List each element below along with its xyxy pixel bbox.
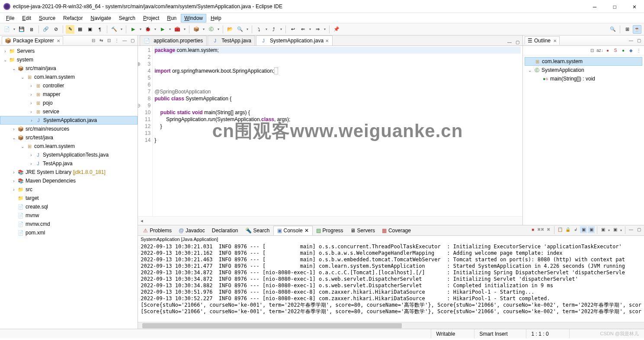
forward-button[interactable]: ⇒ — [313, 25, 322, 34]
view-menu-button[interactable]: ⋮ — [113, 37, 120, 44]
search-button[interactable]: 🔍 — [236, 25, 244, 34]
toggle-block-button[interactable]: ▦ — [76, 25, 84, 34]
explorer-tree[interactable]: ›📁Servers ⌄📁system ⌄📦src/main/java ⌄⊞com… — [0, 46, 138, 329]
tree-src[interactable]: ›📁src — [0, 185, 138, 194]
tab-declaration[interactable]: Declaration — [208, 226, 242, 235]
hide-fields-button[interactable]: ● — [604, 47, 611, 54]
toggle-whitespace-button[interactable]: ¶ — [96, 25, 104, 34]
tree-mvnw[interactable]: 📄mvnw — [0, 211, 138, 220]
menu-window[interactable]: Window — [181, 14, 206, 22]
tree-servers[interactable]: ›📁Servers — [0, 47, 138, 55]
tree-jre[interactable]: ›📚JRE System Library [jdk1.8.0_181] — [0, 168, 138, 176]
java-perspective-button[interactable]: ☕ — [633, 25, 641, 34]
menu-project[interactable]: Project — [140, 14, 163, 22]
outline-tree[interactable]: ⊞com.learn.system ⌄ⒸSystemApplication ●S… — [523, 55, 644, 225]
console-output[interactable]: 2022-09-13 10:30:21.031 INFO 8976 --- [ … — [138, 243, 644, 322]
remove-launch-button[interactable]: ✖✖ — [537, 226, 544, 233]
menu-help[interactable]: Help — [207, 14, 225, 22]
search-icon[interactable]: 🔍 — [609, 25, 617, 34]
tree-systests[interactable]: ›JSystemApplicationTests.java — [0, 151, 138, 159]
explorer-tab[interactable]: 📦 Package Explorer ✕ — [2, 36, 63, 45]
console-scrollbar[interactable] — [138, 322, 644, 329]
new-dropdown[interactable]: ▾ — [13, 25, 16, 34]
menu-navigate[interactable]: Navigate — [87, 14, 114, 22]
tab-progress[interactable]: ▤Progress — [313, 226, 347, 235]
open-folder-button[interactable]: 📂 — [226, 25, 234, 34]
new-button[interactable]: 📄 — [3, 25, 11, 34]
open-type-button[interactable]: 🔗 — [42, 25, 50, 34]
link-editor-button[interactable]: ⇆ — [98, 37, 105, 44]
maximize-button[interactable]: ☐ — [609, 2, 621, 11]
tree-service[interactable]: ›⊞service — [0, 107, 138, 116]
debug-button[interactable]: 🐞 — [144, 25, 152, 34]
outline-class[interactable]: ⌄ⒸSystemApplication — [525, 66, 642, 74]
tree-test-package[interactable]: ⌄⊞com.learn.system — [0, 142, 138, 151]
collapse-all-button[interactable]: ⊟ — [90, 37, 97, 44]
tree-package[interactable]: ⌄⊞com.learn.system — [0, 73, 138, 81]
clear-console-button[interactable]: 📋 — [557, 226, 564, 233]
outline-tab[interactable]: ☰ Outline ✕ — [525, 36, 560, 45]
minimize-view-button[interactable]: — — [628, 37, 634, 44]
menu-run[interactable]: Run — [163, 14, 180, 22]
open-console-button[interactable]: ▣ — [599, 226, 606, 233]
coverage-button[interactable]: ▶ — [158, 25, 167, 34]
remove-all-button[interactable]: ✖ — [545, 226, 552, 233]
maximize-view-button[interactable]: ▢ — [129, 37, 136, 44]
line-gutter[interactable]: 12⊕345678⊖91011121314 — [138, 46, 153, 216]
pin-button[interactable]: 📌 — [332, 25, 341, 34]
tree-systemapplication[interactable]: ›JSystemApplication.java — [0, 116, 138, 125]
tree-src-test-java[interactable]: ⌄📦src/test/java — [0, 133, 138, 142]
hide-static-button[interactable]: S — [612, 47, 619, 54]
tab-servers[interactable]: 🖥Servers — [347, 226, 378, 235]
minimize-button[interactable]: — — [589, 2, 601, 11]
close-icon[interactable]: ✕ — [325, 38, 329, 43]
open-perspective-button[interactable]: ⊞ — [623, 25, 631, 34]
tree-mvnwcmd[interactable]: 📄mvnw.cmd — [0, 220, 138, 228]
new-package-button[interactable]: 📦 — [192, 25, 201, 34]
close-icon[interactable]: ✕ — [304, 228, 309, 234]
display-console-button[interactable]: ▣ — [612, 226, 618, 233]
maximize-view-button[interactable]: ▢ — [635, 37, 642, 44]
tab-problems[interactable]: ⚠Problems — [140, 226, 175, 235]
hide-nonpublic-button[interactable]: ● — [620, 47, 627, 54]
menu-source[interactable]: Source — [35, 14, 59, 22]
tree-maven[interactable]: ›📚Maven Dependencies — [0, 176, 138, 185]
tree-target[interactable]: 📁target — [0, 194, 138, 202]
run-button[interactable]: ▶ — [129, 25, 138, 34]
tab-application-properties[interactable]: 📄application.properties — [140, 35, 207, 45]
minimize-view-button[interactable]: — — [628, 226, 634, 233]
code-editor[interactable]: 12⊕345678⊖91011121314 package com.learn.… — [138, 46, 522, 216]
maximize-editor-button[interactable]: ▢ — [514, 38, 521, 45]
toggle-mark-button[interactable]: ▣ — [86, 25, 94, 34]
prev-annotation-button[interactable]: ⤴ — [269, 25, 278, 34]
focus-button[interactable]: ⊡ — [589, 47, 596, 54]
tab-console[interactable]: ▣Console✕ — [273, 226, 313, 235]
save-button[interactable]: 💾 — [17, 25, 26, 34]
save-all-button[interactable]: 🗎 — [27, 25, 36, 34]
minimize-view-button[interactable]: — — [121, 37, 128, 44]
code-content[interactable]: package com.learn.system; import org.spr… — [153, 46, 522, 216]
menu-file[interactable]: File — [3, 14, 18, 22]
toggle-highlight-button[interactable]: ✎ — [66, 25, 74, 34]
back-button[interactable]: ⇐ — [298, 25, 307, 34]
outline-main[interactable]: ●Smain(String[]) : void — [525, 74, 642, 83]
word-wrap-button[interactable]: ↲ — [572, 226, 579, 233]
pin-console-button[interactable]: ▣ — [580, 226, 587, 233]
sort-button[interactable]: az↓ — [596, 47, 603, 54]
menu-search[interactable]: Search — [115, 14, 139, 22]
external-tools-button[interactable]: 🧰 — [173, 25, 182, 34]
next-annotation-button[interactable]: ⤵ — [255, 25, 263, 34]
tree-src-main-resources[interactable]: ›📦src/main/resources — [0, 125, 138, 133]
view-menu-button[interactable]: ⋮ — [635, 47, 642, 54]
tab-testapp[interactable]: JTestApp.java — [208, 35, 255, 45]
show-console-button[interactable]: ▣ — [588, 226, 595, 233]
tree-pojo[interactable]: ›⊞pojo — [0, 99, 138, 107]
menu-refactor[interactable]: Refactor — [60, 14, 86, 22]
tab-javadoc[interactable]: @Javadoc — [175, 226, 208, 235]
editor-breadcrumb[interactable]: ◂ — [138, 216, 522, 225]
tree-mapper[interactable]: ›⊞mapper — [0, 90, 138, 99]
hide-local-button[interactable]: ◆ — [628, 47, 634, 54]
focus-button[interactable]: ⊡ — [106, 37, 112, 44]
close-button[interactable]: ✕ — [628, 2, 641, 11]
tree-testapp[interactable]: ›JTestApp.java — [0, 159, 138, 168]
